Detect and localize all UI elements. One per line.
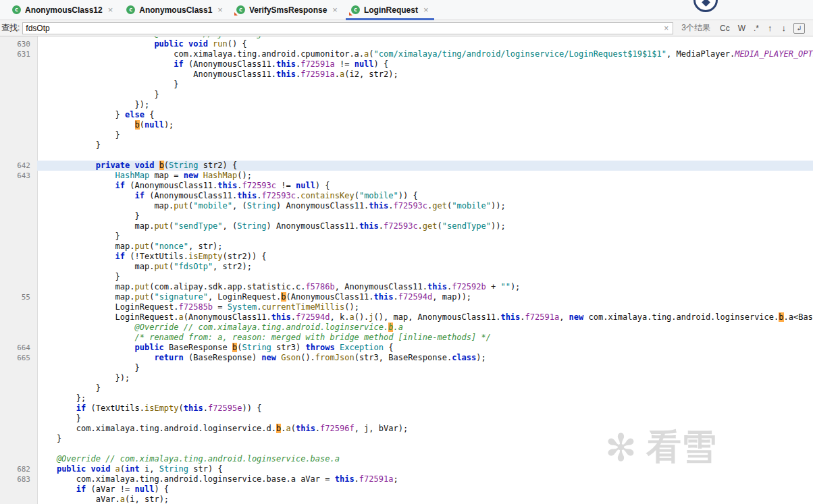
code-text[interactable]: if (AnonymousClass11.this.f72591a != nul… (37, 59, 813, 69)
search-field[interactable]: × (22, 22, 673, 34)
code-line: }; (0, 393, 813, 403)
code-line: } (0, 211, 813, 221)
code-text[interactable]: } (37, 414, 813, 424)
tab-label: LoginRequest (364, 5, 418, 15)
search-extra-icon[interactable]: ↲ (793, 23, 805, 34)
code-text[interactable]: map.put(com.alipay.sdk.app.statistic.c.f… (37, 282, 813, 292)
line-number (0, 130, 37, 140)
code-text[interactable]: com.ximalaya.ting.android.loginservice.b… (37, 474, 813, 484)
line-number: 642 (0, 161, 37, 171)
search-input[interactable] (23, 24, 660, 33)
whole-word-toggle[interactable]: W (734, 24, 750, 33)
line-number (0, 90, 37, 100)
class-icon: c (126, 5, 135, 14)
prev-match-button[interactable]: ↑ (763, 23, 777, 33)
code-text[interactable]: public BaseResponse b(String str3) throw… (37, 343, 813, 353)
code-text[interactable]: } (37, 211, 813, 221)
search-results-count: 3个结果 (673, 22, 716, 34)
code-text[interactable]: }; (37, 393, 813, 403)
code-text[interactable]: AnonymousClass11.this.f72591a.a(i2, str2… (37, 69, 813, 80)
code-text[interactable]: if (AnonymousClass11.this.f72593c.contai… (37, 191, 813, 201)
tab-VerifySmsResponse[interactable]: cVerifySmsResponse× (230, 0, 344, 20)
editor[interactable]: @Override // java.lang.Runnable630 publi… (0, 36, 813, 504)
line-number (0, 252, 37, 262)
code-text[interactable]: } (37, 231, 813, 242)
line-number (0, 484, 37, 495)
code-line: if (aVar != null) { (0, 484, 813, 495)
code-text[interactable]: map.put("signature", LoginRequest.b(Anon… (37, 292, 813, 302)
code-text[interactable]: } (37, 90, 813, 100)
line-number (0, 495, 37, 504)
tab-LoginRequest[interactable]: cLoginRequest× (344, 0, 436, 20)
code-text[interactable]: map.put("nonce", str); (37, 242, 813, 252)
code-text[interactable]: } (37, 80, 813, 90)
code-line: 643 HashMap map = new HashMap(); (0, 171, 813, 181)
clear-search-icon[interactable]: × (660, 24, 673, 33)
code-text[interactable]: } (37, 272, 813, 282)
code-text[interactable]: }); (37, 373, 813, 383)
code-line: map.put("fdsOtp", str2); (0, 262, 813, 272)
line-number (0, 181, 37, 191)
code-text[interactable]: if (AnonymousClass11.this.f72593c != nul… (37, 181, 813, 191)
code-line: if (AnonymousClass11.this.f72593c != nul… (0, 181, 813, 191)
code-text[interactable]: }); (37, 100, 813, 110)
code-line (0, 444, 813, 454)
code-text[interactable]: public void run() { (37, 39, 813, 49)
line-number (0, 383, 37, 393)
line-number (0, 444, 37, 454)
code-text[interactable] (37, 150, 813, 161)
code-text[interactable]: if (TextUtils.isEmpty(this.f72595e)) { (37, 403, 813, 414)
code-text[interactable]: private void b(String str2) { (37, 161, 813, 171)
tab-AnonymousClass12[interactable]: cAnonymousClass12× (5, 0, 120, 20)
code-text[interactable]: } (37, 130, 813, 140)
code-text[interactable]: LoginRequest.a(AnonymousClass11.this.f72… (37, 312, 813, 323)
code-text[interactable]: com.ximalaya.ting.android.cpumonitor.a.a… (37, 49, 813, 59)
code-line: map.put("nonce", str); (0, 242, 813, 252)
code-text[interactable]: return (BaseResponse) new Gson().fromJso… (37, 353, 813, 363)
code-text[interactable]: } (37, 383, 813, 393)
line-number: 643 (0, 171, 37, 181)
code-line: map.put("sendType", (String) AnonymousCl… (0, 221, 813, 231)
code-line: map.put(com.alipay.sdk.app.statistic.c.f… (0, 282, 813, 292)
code-text[interactable]: if (aVar != null) { (37, 484, 813, 495)
code-text[interactable]: @Override // com.ximalaya.ting.android.l… (37, 454, 813, 464)
code-text[interactable]: b(null); (37, 120, 813, 130)
tab-close-icon[interactable]: × (332, 5, 338, 14)
code-text[interactable]: map.put("sendType", (String) AnonymousCl… (37, 221, 813, 231)
next-match-button[interactable]: ↓ (777, 23, 791, 33)
code-text[interactable]: @Override // com.ximalaya.ting.android.l… (37, 323, 813, 333)
code-text[interactable]: if (!TextUtils.isEmpty(str2)) { (37, 252, 813, 262)
tab-close-icon[interactable]: × (217, 5, 223, 14)
code-text[interactable]: } (37, 363, 813, 373)
code-text[interactable]: LoginRequest.f72585b = System.currentTim… (37, 302, 813, 312)
tab-close-icon[interactable]: × (108, 5, 113, 14)
code-text[interactable] (37, 444, 813, 454)
code-text[interactable]: map.put("fdsOtp", str2); (37, 262, 813, 272)
match-case-toggle[interactable]: Cc (716, 24, 734, 33)
code-text[interactable]: HashMap map = new HashMap(); (37, 171, 813, 181)
line-number: 630 (0, 39, 37, 49)
line-number (0, 414, 37, 424)
code-text[interactable]: aVar.a(i, str); (37, 495, 813, 504)
code-line: /* renamed from: a, reason: merged with … (0, 333, 813, 343)
code-line: 683 com.ximalaya.ting.android.loginservi… (0, 474, 813, 484)
line-number: 664 (0, 343, 37, 353)
tab-close-icon[interactable]: × (423, 5, 429, 14)
line-number (0, 424, 37, 434)
line-number (0, 312, 37, 323)
code-text[interactable]: map.put("mobile", (String) AnonymousClas… (37, 201, 813, 211)
regex-toggle[interactable]: .* (750, 24, 763, 33)
line-number (0, 393, 37, 403)
tab-label: VerifySmsResponse (249, 5, 327, 15)
class-icon: c (12, 5, 21, 14)
tab-AnonymousClass1[interactable]: cAnonymousClass1× (120, 0, 230, 20)
code-text[interactable]: } (37, 140, 813, 150)
code-line: if (TextUtils.isEmpty(this.f72595e)) { (0, 403, 813, 414)
code-text[interactable]: } else { (37, 110, 813, 120)
code-text[interactable]: } (37, 434, 813, 444)
code-text[interactable]: com.ximalaya.ting.android.loginservice.d… (37, 424, 813, 434)
line-number (0, 323, 37, 333)
code-line: } (0, 90, 813, 100)
code-text[interactable]: /* renamed from: a, reason: merged with … (37, 333, 813, 343)
code-text[interactable]: public void a(int i, String str) { (37, 464, 813, 474)
